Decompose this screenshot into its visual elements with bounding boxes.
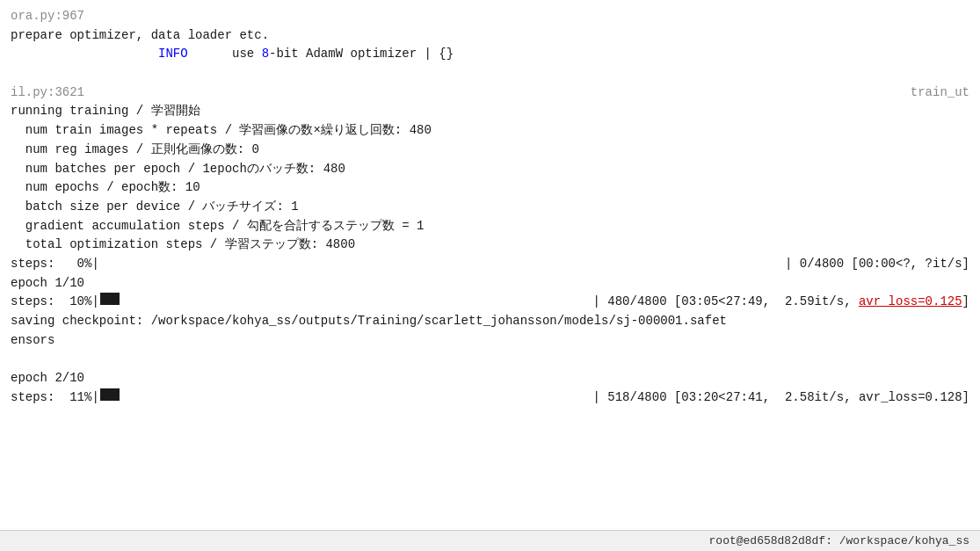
text-train-images: num train images * repeats / 学習画像の数×繰り返し… — [11, 121, 432, 141]
text-info-8: 8 — [262, 45, 269, 64]
text-steps-0-right: | 0/4800 [00:00<?, ?it/s] — [785, 255, 969, 274]
text-running: running training / 学習開始 — [11, 102, 200, 121]
line-ensors: ensors — [11, 331, 969, 351]
line-prepare: prepare optimizer, data loader etc. — [11, 26, 969, 46]
terminal-content: ora.py:967 prepare optimizer, data loade… — [0, 0, 980, 530]
text-info-mid: use — [188, 45, 262, 64]
text-epoch-1: epoch 1/10 — [11, 274, 84, 294]
text-steps-11-right: | 518/4800 [03:20<27:41, 2.58it/s, avr_l… — [593, 388, 962, 408]
line-total-steps: total optimization steps / 学習ステップ数: 4800 — [11, 236, 969, 255]
text-ora-py: ora.py:967 — [11, 7, 84, 26]
line-num-batches: num batches per epoch / 1epochのバッチ数: 480 — [11, 160, 969, 179]
line-batch-size: batch size per device / バッチサイズ: 1 — [11, 198, 969, 217]
text-prepare: prepare optimizer, data loader etc. — [11, 26, 269, 46]
text-avr-loss-10: avr_loss=0.125 — [859, 293, 962, 312]
text-steps-10-prefix: steps: 10%| — [11, 293, 99, 312]
line-saving: saving checkpoint: /workspace/kohya_ss/o… — [11, 312, 969, 331]
text-total-steps: total optimization steps / 学習ステップ数: 4800 — [11, 236, 355, 255]
text-reg-images: num reg images / 正則化画像の数: 0 — [11, 141, 259, 160]
text-epoch-2: epoch 2/10 — [11, 369, 84, 388]
text-steps-10-end: ] — [962, 293, 969, 312]
text-batch-size: batch size per device / バッチサイズ: 1 — [11, 198, 299, 217]
text-steps-11-bracket: ] — [962, 388, 969, 408]
text-gradient: gradient accumulation steps / 勾配を合計するステッ… — [11, 217, 424, 236]
text-il-py: il.py:3621 — [11, 83, 911, 103]
line-steps-10: steps: 10%| | 480/4800 [03:05<27:49, 2.5… — [11, 293, 969, 312]
line-steps-0: steps: 0%| | 0/4800 [00:00<?, ?it/s] — [11, 255, 969, 274]
status-bar: root@ed658d82d8df: /workspace/kohya_ss — [0, 530, 980, 551]
line-train-images: num train images * repeats / 学習画像の数×繰り返し… — [11, 121, 969, 141]
text-steps-0-left: steps: 0%| — [11, 255, 785, 274]
text-train-ut: train_ut — [911, 83, 969, 103]
line-gradient: gradient accumulation steps / 勾配を合計するステッ… — [11, 217, 969, 236]
line-epoch-1: epoch 1/10 — [11, 274, 969, 294]
text-ensors: ensors — [11, 331, 54, 351]
text-steps-11-space — [120, 388, 593, 408]
text-steps-11-prefix: steps: 11%| — [11, 388, 99, 408]
progress-bar-10 — [100, 293, 120, 305]
status-text: root@ed658d82d8df: /workspace/kohya_ss — [709, 534, 969, 547]
line-ora-py: ora.py:967 — [11, 7, 969, 26]
text-steps-10-space — [120, 293, 593, 312]
line-empty-1 — [11, 64, 969, 83]
progress-bar-11 — [100, 388, 120, 401]
line-empty-2 — [11, 350, 969, 369]
line-num-epochs: num epochs / epoch数: 10 — [11, 178, 969, 198]
line-il-py: il.py:3621 train_ut — [11, 83, 969, 103]
text-info-suffix: -bit AdamW optimizer | {} — [269, 45, 454, 64]
line-info: INFO use 8 -bit AdamW optimizer | {} — [11, 45, 969, 64]
line-reg-images: num reg images / 正則化画像の数: 0 — [11, 141, 969, 160]
text-steps-10-right: | 480/4800 [03:05<27:49, 2.59it/s, — [593, 293, 859, 312]
line-epoch-2: epoch 2/10 — [11, 369, 969, 388]
text-num-batches: num batches per epoch / 1epochのバッチ数: 480 — [11, 160, 345, 179]
text-info-label: INFO — [158, 45, 188, 64]
line-steps-11: steps: 11%| | 518/4800 [03:20<27:41, 2.5… — [11, 388, 969, 408]
text-num-epochs: num epochs / epoch数: 10 — [11, 178, 200, 198]
line-running: running training / 学習開始 — [11, 102, 969, 121]
text-info-prefix — [11, 45, 158, 64]
text-saving: saving checkpoint: /workspace/kohya_ss/o… — [11, 312, 727, 331]
terminal-container: ora.py:967 prepare optimizer, data loade… — [0, 0, 980, 551]
